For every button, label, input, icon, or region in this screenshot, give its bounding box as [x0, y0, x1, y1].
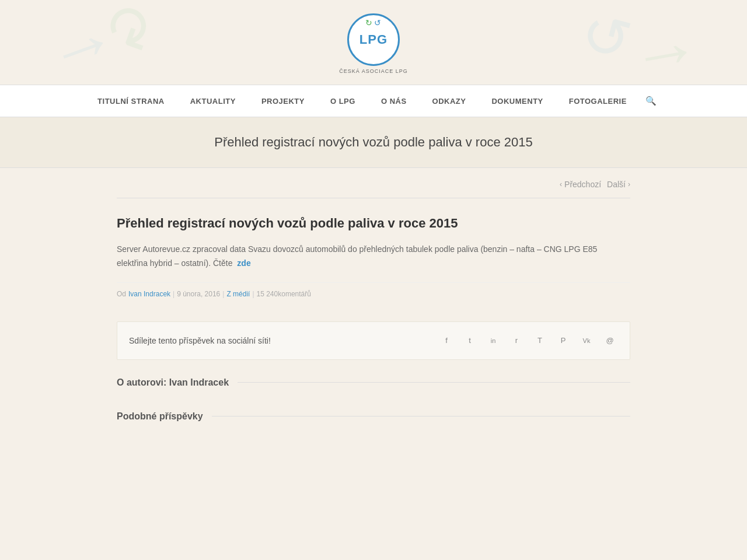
share-icons: f t in r T P Vk @	[438, 332, 618, 349]
article-link[interactable]: zde	[237, 258, 250, 268]
page-title-banner: Přehled registrací nových vozů podle pal…	[0, 117, 747, 168]
meta-sep1: |	[173, 290, 174, 298]
meta-date: 9 února, 2016	[177, 290, 220, 298]
share-email-icon[interactable]: @	[602, 332, 618, 349]
logo-text: LPG	[359, 32, 388, 47]
nav-item-o-nas[interactable]: O NÁS	[368, 86, 420, 116]
share-reddit-icon[interactable]: r	[508, 332, 525, 349]
article-body-text: Server Autorevue.cz zpracoval data Svazu…	[117, 244, 597, 268]
share-facebook-icon[interactable]: f	[438, 332, 455, 349]
logo-circle: ↻ ↺ LPG	[347, 13, 400, 66]
share-linkedin-icon[interactable]: in	[485, 332, 501, 349]
nav-item-dokumenty[interactable]: DOKUMENTY	[479, 86, 556, 116]
meta-sep3: |	[252, 290, 254, 298]
prev-label: Předchozí	[564, 180, 601, 189]
similar-posts-section: Podobné příspěvky	[117, 411, 630, 422]
author-section: O autorovi: Ivan Indracek	[117, 377, 630, 388]
logo[interactable]: ↻ ↺ LPG ČESKÁ ASOCIACE LPG	[339, 13, 408, 74]
chevron-right-icon: ›	[628, 180, 630, 188]
search-icon[interactable]: 🔍	[640, 85, 662, 117]
meta-od: Od	[117, 290, 126, 298]
share-box: Sdílejte tento příspěvek na sociální sít…	[117, 321, 630, 360]
nav-item-o-lpg[interactable]: O LPG	[317, 86, 368, 116]
author-heading: O autorovi: Ivan Indracek	[117, 377, 630, 388]
share-label: Sdílejte tento příspěvek na sociální sít…	[129, 336, 271, 345]
nav-item-fotogalerie[interactable]: FOTOGALERIE	[556, 86, 640, 116]
meta-author-link[interactable]: Ivan Indracek	[128, 290, 170, 298]
arrow-green-icon: ↻	[365, 18, 372, 27]
share-vk-icon[interactable]: Vk	[578, 332, 595, 349]
similar-posts-heading: Podobné příspěvky	[117, 411, 630, 422]
share-twitter-icon[interactable]: t	[462, 332, 478, 349]
main-nav: TITULNÍ STRANA AKTUALITY PROJEKTY O LPG …	[0, 85, 747, 117]
article-title: Přehled registrací nových vozů podle pal…	[117, 216, 630, 231]
nav-item-aktuality[interactable]: AKTUALITY	[177, 86, 249, 116]
post-navigation: ‹ Předchozí Další ›	[117, 168, 630, 198]
arrow-blue-icon: ↺	[374, 18, 381, 27]
nav-item-projekty[interactable]: PROJEKTY	[249, 86, 317, 116]
logo-arrows: ↻ ↺	[365, 18, 381, 27]
page-title: Přehled registrací nových vozů podle pal…	[12, 135, 735, 150]
nav-item-odkazy[interactable]: ODKAZY	[420, 86, 479, 116]
share-pinterest-icon[interactable]: P	[555, 332, 571, 349]
next-post-link[interactable]: Další ›	[607, 180, 630, 189]
logo-subtitle: ČESKÁ ASOCIACE LPG	[339, 68, 408, 74]
meta-category-link[interactable]: Z médií	[226, 290, 250, 298]
prev-post-link[interactable]: ‹ Předchozí	[560, 180, 601, 189]
site-header: → ↻ ↺ → ↻ ↺ LPG ČESKÁ ASOCIACE LPG	[0, 0, 747, 85]
meta-comments: 15 240komentářů	[257, 290, 311, 298]
chevron-left-icon: ‹	[560, 180, 562, 188]
article: Přehled registrací nových vozů podle pal…	[117, 198, 630, 310]
article-body: Server Autorevue.cz zpracoval data Svazu…	[117, 243, 630, 271]
nav-item-titulni-strana[interactable]: TITULNÍ STRANA	[85, 86, 177, 116]
article-meta: Od Ivan Indracek | 9 února, 2016 | Z méd…	[117, 282, 630, 298]
next-label: Další	[607, 180, 626, 189]
share-tumblr-icon[interactable]: T	[532, 332, 548, 349]
meta-sep2: |	[222, 290, 224, 298]
